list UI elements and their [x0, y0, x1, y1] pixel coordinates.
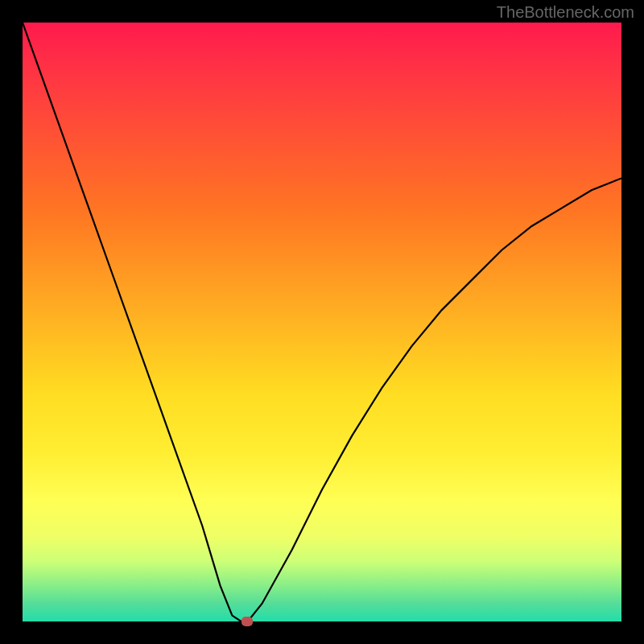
- optimal-point-marker: [242, 617, 253, 626]
- watermark-text: TheBottleneck.com: [497, 3, 634, 22]
- bottleneck-curve: [23, 23, 621, 621]
- chart-plot-area: [23, 23, 621, 621]
